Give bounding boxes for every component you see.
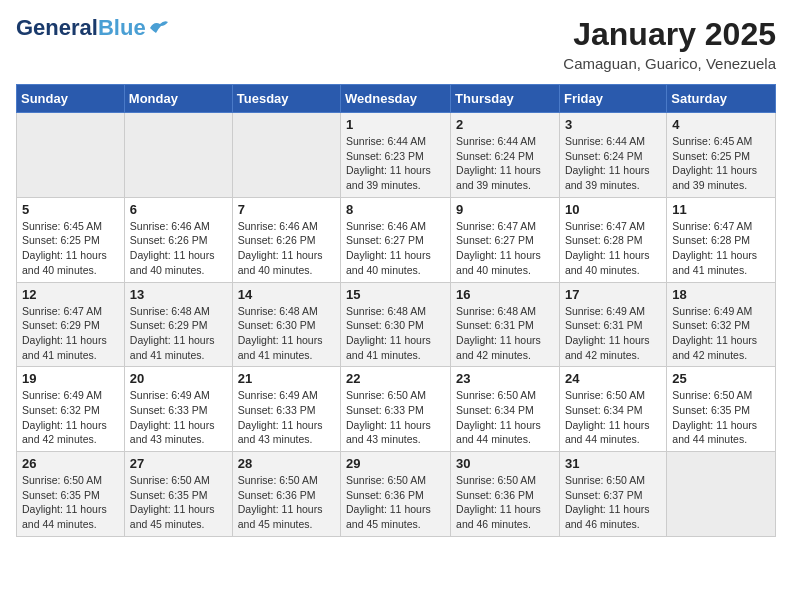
day-number: 9 (456, 202, 554, 217)
calendar-header-row: SundayMondayTuesdayWednesdayThursdayFrid… (17, 85, 776, 113)
calendar-cell: 6Sunrise: 6:46 AM Sunset: 6:26 PM Daylig… (124, 197, 232, 282)
day-info: Sunrise: 6:46 AM Sunset: 6:27 PM Dayligh… (346, 219, 445, 278)
day-info: Sunrise: 6:48 AM Sunset: 6:29 PM Dayligh… (130, 304, 227, 363)
day-number: 10 (565, 202, 661, 217)
weekday-header: Tuesday (232, 85, 340, 113)
day-info: Sunrise: 6:45 AM Sunset: 6:25 PM Dayligh… (672, 134, 770, 193)
calendar-week-row: 1Sunrise: 6:44 AM Sunset: 6:23 PM Daylig… (17, 113, 776, 198)
calendar-cell: 5Sunrise: 6:45 AM Sunset: 6:25 PM Daylig… (17, 197, 125, 282)
calendar-cell (124, 113, 232, 198)
calendar-cell: 27Sunrise: 6:50 AM Sunset: 6:35 PM Dayli… (124, 452, 232, 537)
calendar-cell: 30Sunrise: 6:50 AM Sunset: 6:36 PM Dayli… (451, 452, 560, 537)
day-number: 13 (130, 287, 227, 302)
calendar-cell (17, 113, 125, 198)
calendar-cell: 19Sunrise: 6:49 AM Sunset: 6:32 PM Dayli… (17, 367, 125, 452)
calendar-week-row: 19Sunrise: 6:49 AM Sunset: 6:32 PM Dayli… (17, 367, 776, 452)
calendar-cell (232, 113, 340, 198)
calendar-cell: 26Sunrise: 6:50 AM Sunset: 6:35 PM Dayli… (17, 452, 125, 537)
logo: GeneralBlue (16, 16, 170, 40)
calendar-cell: 10Sunrise: 6:47 AM Sunset: 6:28 PM Dayli… (559, 197, 666, 282)
calendar-cell: 13Sunrise: 6:48 AM Sunset: 6:29 PM Dayli… (124, 282, 232, 367)
day-info: Sunrise: 6:47 AM Sunset: 6:28 PM Dayligh… (672, 219, 770, 278)
day-info: Sunrise: 6:48 AM Sunset: 6:31 PM Dayligh… (456, 304, 554, 363)
day-info: Sunrise: 6:50 AM Sunset: 6:34 PM Dayligh… (456, 388, 554, 447)
calendar-cell: 15Sunrise: 6:48 AM Sunset: 6:30 PM Dayli… (341, 282, 451, 367)
calendar-cell: 17Sunrise: 6:49 AM Sunset: 6:31 PM Dayli… (559, 282, 666, 367)
calendar-cell: 22Sunrise: 6:50 AM Sunset: 6:33 PM Dayli… (341, 367, 451, 452)
calendar-cell: 1Sunrise: 6:44 AM Sunset: 6:23 PM Daylig… (341, 113, 451, 198)
day-number: 26 (22, 456, 119, 471)
day-info: Sunrise: 6:50 AM Sunset: 6:35 PM Dayligh… (22, 473, 119, 532)
weekday-header: Friday (559, 85, 666, 113)
calendar-cell: 16Sunrise: 6:48 AM Sunset: 6:31 PM Dayli… (451, 282, 560, 367)
calendar-cell: 3Sunrise: 6:44 AM Sunset: 6:24 PM Daylig… (559, 113, 666, 198)
day-info: Sunrise: 6:50 AM Sunset: 6:35 PM Dayligh… (672, 388, 770, 447)
day-number: 16 (456, 287, 554, 302)
day-number: 8 (346, 202, 445, 217)
weekday-header: Sunday (17, 85, 125, 113)
calendar-week-row: 5Sunrise: 6:45 AM Sunset: 6:25 PM Daylig… (17, 197, 776, 282)
calendar-cell: 23Sunrise: 6:50 AM Sunset: 6:34 PM Dayli… (451, 367, 560, 452)
calendar-cell: 21Sunrise: 6:49 AM Sunset: 6:33 PM Dayli… (232, 367, 340, 452)
logo-text: GeneralBlue (16, 16, 146, 40)
day-info: Sunrise: 6:49 AM Sunset: 6:32 PM Dayligh… (22, 388, 119, 447)
day-number: 21 (238, 371, 335, 386)
day-number: 27 (130, 456, 227, 471)
month-title: January 2025 (563, 16, 776, 53)
day-info: Sunrise: 6:48 AM Sunset: 6:30 PM Dayligh… (238, 304, 335, 363)
location: Camaguan, Guarico, Venezuela (563, 55, 776, 72)
day-info: Sunrise: 6:50 AM Sunset: 6:37 PM Dayligh… (565, 473, 661, 532)
day-number: 31 (565, 456, 661, 471)
day-info: Sunrise: 6:50 AM Sunset: 6:36 PM Dayligh… (238, 473, 335, 532)
day-number: 12 (22, 287, 119, 302)
calendar-cell: 31Sunrise: 6:50 AM Sunset: 6:37 PM Dayli… (559, 452, 666, 537)
day-info: Sunrise: 6:49 AM Sunset: 6:33 PM Dayligh… (130, 388, 227, 447)
day-info: Sunrise: 6:47 AM Sunset: 6:27 PM Dayligh… (456, 219, 554, 278)
day-number: 6 (130, 202, 227, 217)
calendar-cell: 9Sunrise: 6:47 AM Sunset: 6:27 PM Daylig… (451, 197, 560, 282)
calendar-cell: 29Sunrise: 6:50 AM Sunset: 6:36 PM Dayli… (341, 452, 451, 537)
calendar-week-row: 26Sunrise: 6:50 AM Sunset: 6:35 PM Dayli… (17, 452, 776, 537)
day-number: 17 (565, 287, 661, 302)
day-info: Sunrise: 6:49 AM Sunset: 6:31 PM Dayligh… (565, 304, 661, 363)
calendar-cell: 2Sunrise: 6:44 AM Sunset: 6:24 PM Daylig… (451, 113, 560, 198)
calendar-cell: 12Sunrise: 6:47 AM Sunset: 6:29 PM Dayli… (17, 282, 125, 367)
day-info: Sunrise: 6:49 AM Sunset: 6:33 PM Dayligh… (238, 388, 335, 447)
day-number: 7 (238, 202, 335, 217)
day-number: 25 (672, 371, 770, 386)
day-number: 30 (456, 456, 554, 471)
day-number: 18 (672, 287, 770, 302)
day-info: Sunrise: 6:45 AM Sunset: 6:25 PM Dayligh… (22, 219, 119, 278)
day-info: Sunrise: 6:50 AM Sunset: 6:34 PM Dayligh… (565, 388, 661, 447)
day-info: Sunrise: 6:49 AM Sunset: 6:32 PM Dayligh… (672, 304, 770, 363)
weekday-header: Saturday (667, 85, 776, 113)
title-block: January 2025 Camaguan, Guarico, Venezuel… (563, 16, 776, 72)
calendar-cell: 25Sunrise: 6:50 AM Sunset: 6:35 PM Dayli… (667, 367, 776, 452)
calendar-cell: 11Sunrise: 6:47 AM Sunset: 6:28 PM Dayli… (667, 197, 776, 282)
calendar-cell (667, 452, 776, 537)
calendar-cell: 20Sunrise: 6:49 AM Sunset: 6:33 PM Dayli… (124, 367, 232, 452)
day-info: Sunrise: 6:50 AM Sunset: 6:36 PM Dayligh… (346, 473, 445, 532)
calendar-table: SundayMondayTuesdayWednesdayThursdayFrid… (16, 84, 776, 537)
day-number: 5 (22, 202, 119, 217)
day-info: Sunrise: 6:44 AM Sunset: 6:24 PM Dayligh… (565, 134, 661, 193)
weekday-header: Monday (124, 85, 232, 113)
calendar-cell: 7Sunrise: 6:46 AM Sunset: 6:26 PM Daylig… (232, 197, 340, 282)
day-number: 3 (565, 117, 661, 132)
day-number: 28 (238, 456, 335, 471)
calendar-cell: 8Sunrise: 6:46 AM Sunset: 6:27 PM Daylig… (341, 197, 451, 282)
day-number: 20 (130, 371, 227, 386)
page-header: GeneralBlue January 2025 Camaguan, Guari… (16, 16, 776, 72)
day-number: 29 (346, 456, 445, 471)
day-number: 14 (238, 287, 335, 302)
day-info: Sunrise: 6:46 AM Sunset: 6:26 PM Dayligh… (238, 219, 335, 278)
calendar-cell: 4Sunrise: 6:45 AM Sunset: 6:25 PM Daylig… (667, 113, 776, 198)
calendar-cell: 28Sunrise: 6:50 AM Sunset: 6:36 PM Dayli… (232, 452, 340, 537)
calendar-cell: 24Sunrise: 6:50 AM Sunset: 6:34 PM Dayli… (559, 367, 666, 452)
day-number: 23 (456, 371, 554, 386)
day-info: Sunrise: 6:44 AM Sunset: 6:23 PM Dayligh… (346, 134, 445, 193)
day-number: 24 (565, 371, 661, 386)
day-number: 4 (672, 117, 770, 132)
day-info: Sunrise: 6:50 AM Sunset: 6:36 PM Dayligh… (456, 473, 554, 532)
calendar-cell: 18Sunrise: 6:49 AM Sunset: 6:32 PM Dayli… (667, 282, 776, 367)
